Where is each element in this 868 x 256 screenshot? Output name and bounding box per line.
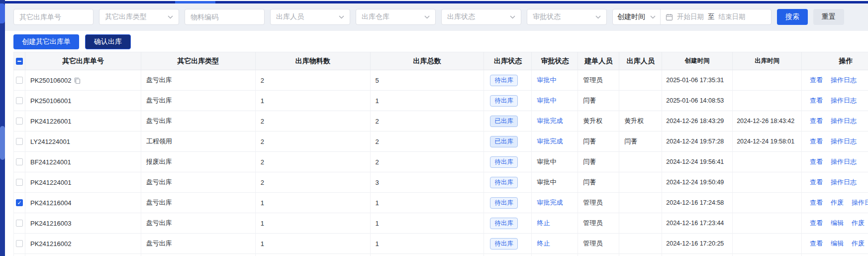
- creator-name: 闫蓍: [578, 172, 619, 193]
- toolbar: 创建其它出库单 确认出库: [5, 31, 868, 52]
- row-actions: 查看编辑作废: [802, 234, 868, 254]
- outbound-type: 盘亏出库: [141, 70, 256, 91]
- row-actions: 查看操作日志: [802, 172, 868, 193]
- outbound-person: [619, 254, 662, 256]
- create-outbound-button[interactable]: 创建其它出库单: [13, 34, 79, 49]
- time-field-select[interactable]: 创建时间: [613, 9, 661, 24]
- column-header: 出库总数: [371, 52, 484, 70]
- action-view[interactable]: 查看: [810, 198, 823, 207]
- created-time: 2024-12-16 17:24:58: [662, 193, 733, 213]
- material-count: 1: [256, 213, 371, 234]
- action-log[interactable]: 操作日志: [831, 157, 857, 166]
- outbound-time: [733, 172, 802, 193]
- outbound-type: 工程领用: [141, 131, 256, 152]
- filter-select[interactable]: 出库状态: [441, 9, 521, 25]
- row-checkbox[interactable]: [16, 97, 23, 104]
- action-view[interactable]: 查看: [810, 178, 823, 187]
- filter-select-placeholder: 其它出库类型: [105, 12, 165, 21]
- active-tab-indicator[interactable]: [175, 1, 215, 3]
- action-edit[interactable]: 编辑: [831, 219, 844, 228]
- total-count: 1: [371, 234, 484, 254]
- search-button[interactable]: 搜索: [777, 9, 808, 25]
- outbound-time: [733, 254, 802, 256]
- outbound-type: 盘亏出库: [141, 234, 256, 254]
- row-checkbox[interactable]: [16, 77, 23, 84]
- outbound-person: [619, 172, 662, 193]
- action-view[interactable]: 查看: [810, 96, 823, 105]
- filter-select[interactable]: 出库人员: [270, 9, 350, 25]
- action-view[interactable]: 查看: [810, 137, 823, 146]
- action-log[interactable]: 操作日志: [831, 117, 857, 126]
- sidebar-scrollbar-thumb[interactable]: [0, 126, 5, 160]
- action-void[interactable]: 作废: [852, 219, 865, 228]
- filter-select[interactable]: 其它出库类型: [99, 9, 179, 25]
- filter-input[interactable]: [13, 9, 94, 25]
- column-header: 建单人员: [578, 52, 619, 70]
- table-row: LY241216001 工程领用 1 1 待出库 终止 管理员 2024-12-…: [13, 254, 868, 256]
- sidebar-strip-highlight[interactable]: [0, 3, 5, 23]
- filter-input[interactable]: [185, 9, 265, 25]
- select-all-cell: [14, 52, 25, 70]
- approval-status-link: 审批中: [537, 178, 556, 187]
- approval-status-link: 审批中: [537, 157, 556, 166]
- select-all-checkbox[interactable]: [16, 58, 23, 65]
- copy-icon[interactable]: [74, 77, 81, 84]
- approval-status-link[interactable]: 审批中: [537, 76, 556, 85]
- approval-status-link[interactable]: 终止: [537, 239, 550, 248]
- outbound-person: [619, 234, 662, 254]
- approval-status-link[interactable]: 审批完成: [537, 117, 563, 126]
- table-row: PK241216003 盘亏出库 1 1 待出库 终止 管理员 2024-12-…: [13, 213, 868, 234]
- column-header: 出库物料数: [256, 52, 371, 70]
- outbound-type: 工程领用: [141, 254, 256, 256]
- outbound-person: 闫蓍: [619, 131, 662, 152]
- action-edit[interactable]: 编辑: [831, 239, 844, 248]
- order-number: BF241224001: [30, 158, 71, 166]
- action-view[interactable]: 查看: [810, 76, 823, 85]
- filter-select[interactable]: 审批状态: [527, 9, 607, 25]
- row-checkbox[interactable]: [16, 179, 23, 186]
- column-header: 创建时间: [662, 52, 733, 70]
- app-viewport: 其它出库类型 出库人员 出库仓库 出库状态 审批状态 创建时间 开始日期: [0, 0, 868, 256]
- filter-select[interactable]: 出库仓库: [356, 9, 436, 25]
- filter-input-field[interactable]: [19, 13, 88, 21]
- date-range-picker[interactable]: 开始日期 至 结束日期: [661, 9, 771, 24]
- approval-status-link[interactable]: 审批完成: [537, 137, 563, 146]
- row-checkbox[interactable]: [16, 240, 23, 247]
- reset-button[interactable]: 重置: [813, 9, 844, 25]
- row-checkbox[interactable]: [16, 220, 23, 227]
- row-checkbox[interactable]: [16, 138, 23, 145]
- row-checkbox[interactable]: [16, 158, 23, 165]
- action-view[interactable]: 查看: [810, 239, 823, 248]
- action-log[interactable]: 操作日志: [831, 178, 857, 187]
- action-void[interactable]: 作废: [831, 198, 844, 207]
- approval-status-link[interactable]: 审批中: [537, 96, 556, 105]
- total-count: 2: [371, 131, 484, 152]
- chevron-down-icon: [650, 15, 656, 19]
- action-view[interactable]: 查看: [810, 157, 823, 166]
- action-log[interactable]: 操作日志: [831, 137, 857, 146]
- action-log[interactable]: 操作日志: [831, 76, 857, 85]
- row-checkbox[interactable]: ✓: [16, 199, 23, 206]
- action-void[interactable]: 作废: [852, 239, 865, 248]
- action-log[interactable]: 操作日志: [831, 96, 857, 105]
- approval-status-link[interactable]: 终止: [537, 219, 550, 228]
- row-checkbox[interactable]: [16, 118, 23, 125]
- total-count: 1: [371, 254, 484, 256]
- filter-input-field[interactable]: [191, 13, 259, 21]
- created-time: 2024-12-24 19:56:41: [662, 152, 733, 172]
- column-header: 操作: [802, 52, 868, 70]
- material-count: 2: [256, 70, 371, 91]
- filter-select-placeholder: 出库仓库: [362, 12, 421, 21]
- top-tab-bar-line: [5, 1, 868, 3]
- column-header: 出库时间: [733, 52, 802, 70]
- approval-status-link[interactable]: 审批完成: [537, 198, 563, 207]
- start-date-placeholder: 开始日期: [677, 12, 704, 21]
- confirm-outbound-button[interactable]: 确认出库: [85, 34, 131, 49]
- action-view[interactable]: 查看: [810, 117, 823, 126]
- outbound-type: 报废出库: [141, 152, 256, 172]
- total-count: 2: [371, 152, 484, 172]
- row-actions: 查看操作日志: [802, 91, 868, 111]
- action-log[interactable]: 操作日志: [852, 198, 868, 207]
- action-view[interactable]: 查看: [810, 219, 823, 228]
- chevron-down-icon: [168, 15, 173, 19]
